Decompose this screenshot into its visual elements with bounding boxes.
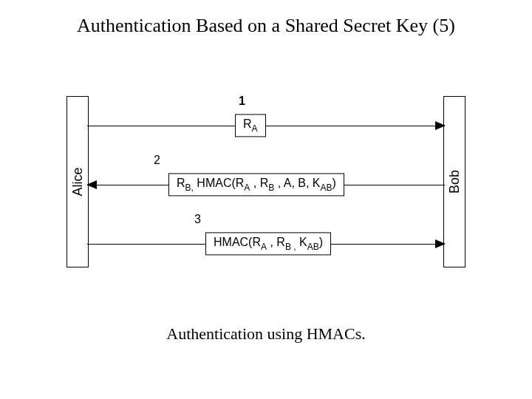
- arrow-head-3: [435, 239, 446, 248]
- party-bob: Bob: [443, 96, 466, 267]
- message-box-2: RB, HMAC(RA , RB , A, B, KAB): [168, 173, 344, 196]
- step-number-3: 3: [194, 213, 201, 226]
- party-bob-label: Bob: [447, 170, 463, 194]
- message-row-3: 3 HMAC(RA , RB , KAB): [87, 229, 445, 259]
- protocol-diagram: Alice Bob 1 RA 2 RB, HMAC(RA , RB , A, B…: [66, 96, 466, 288]
- arrow-head-2: [86, 180, 97, 189]
- slide-title: Authentication Based on a Shared Secret …: [0, 15, 532, 37]
- party-alice-label: Alice: [70, 167, 86, 196]
- message-row-2: 2 RB, HMAC(RA , RB , A, B, KAB): [87, 170, 445, 200]
- message-row-1: 1 RA: [87, 111, 445, 140]
- step-number-2: 2: [154, 154, 160, 167]
- message-box-3: HMAC(RA , RB , KAB): [205, 232, 331, 255]
- arrow-head-1: [435, 121, 446, 130]
- slide-caption: Authentication using HMACs.: [0, 324, 532, 344]
- step-number-1: 1: [239, 95, 245, 108]
- message-box-1: RA: [235, 114, 266, 137]
- party-alice: Alice: [66, 96, 89, 267]
- arrow-line-1: [87, 126, 445, 126]
